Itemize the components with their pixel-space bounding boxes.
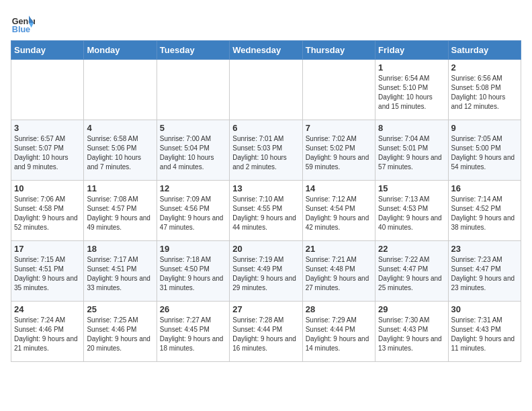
calendar-cell: 16Sunrise: 7:14 AM Sunset: 4:52 PM Dayli…: [448, 181, 521, 241]
day-info: Sunrise: 7:02 AM Sunset: 5:02 PM Dayligh…: [306, 134, 372, 172]
calendar-cell: 3Sunrise: 6:57 AM Sunset: 5:07 PM Daylig…: [11, 120, 84, 181]
calendar-cell: [157, 60, 229, 120]
day-number: 24: [14, 304, 81, 314]
day-info: Sunrise: 7:19 AM Sunset: 4:49 PM Dayligh…: [232, 255, 299, 293]
day-info: Sunrise: 7:13 AM Sunset: 4:53 PM Dayligh…: [378, 195, 445, 232]
day-number: 9: [451, 123, 518, 133]
day-number: 12: [160, 183, 226, 193]
day-info: Sunrise: 7:24 AM Sunset: 4:46 PM Dayligh…: [14, 316, 81, 353]
day-header-sunday: Sunday: [11, 41, 84, 60]
day-number: 7: [306, 123, 372, 133]
calendar-cell: 17Sunrise: 7:15 AM Sunset: 4:51 PM Dayli…: [11, 241, 84, 302]
calendar-cell: 27Sunrise: 7:28 AM Sunset: 4:44 PM Dayli…: [230, 302, 302, 362]
day-header-thursday: Thursday: [302, 41, 375, 60]
day-number: 2: [451, 62, 518, 73]
calendar-cell: 8Sunrise: 7:04 AM Sunset: 5:01 PM Daylig…: [375, 120, 448, 181]
calendar-cell: 1Sunrise: 6:54 AM Sunset: 5:10 PM Daylig…: [375, 60, 448, 120]
day-number: 13: [232, 183, 299, 193]
day-number: 10: [14, 183, 81, 193]
day-info: Sunrise: 7:00 AM Sunset: 5:04 PM Dayligh…: [160, 134, 226, 172]
calendar-week-row: 24Sunrise: 7:24 AM Sunset: 4:46 PM Dayli…: [11, 302, 521, 362]
day-number: 29: [378, 304, 445, 314]
day-number: 22: [378, 244, 445, 254]
day-number: 5: [160, 123, 226, 133]
calendar-week-row: 17Sunrise: 7:15 AM Sunset: 4:51 PM Dayli…: [11, 241, 521, 302]
day-info: Sunrise: 6:58 AM Sunset: 5:06 PM Dayligh…: [87, 134, 153, 172]
calendar-cell: 7Sunrise: 7:02 AM Sunset: 5:02 PM Daylig…: [302, 120, 375, 181]
day-header-saturday: Saturday: [448, 41, 521, 60]
svg-text:Blue: Blue: [12, 25, 30, 34]
calendar-cell: 5Sunrise: 7:00 AM Sunset: 5:04 PM Daylig…: [157, 120, 229, 181]
calendar-cell: 22Sunrise: 7:22 AM Sunset: 4:47 PM Dayli…: [375, 241, 448, 302]
day-number: 18: [87, 244, 153, 254]
calendar-cell: 28Sunrise: 7:29 AM Sunset: 4:44 PM Dayli…: [302, 302, 375, 362]
calendar-table: SundayMondayTuesdayWednesdayThursdayFrid…: [11, 40, 521, 362]
day-info: Sunrise: 7:14 AM Sunset: 4:52 PM Dayligh…: [451, 195, 518, 232]
calendar-week-row: 3Sunrise: 6:57 AM Sunset: 5:07 PM Daylig…: [11, 120, 521, 181]
calendar-week-row: 10Sunrise: 7:06 AM Sunset: 4:58 PM Dayli…: [11, 181, 521, 241]
calendar-cell: 21Sunrise: 7:21 AM Sunset: 4:48 PM Dayli…: [302, 241, 375, 302]
calendar-cell: 20Sunrise: 7:19 AM Sunset: 4:49 PM Dayli…: [230, 241, 302, 302]
day-number: 8: [378, 123, 445, 133]
day-info: Sunrise: 7:01 AM Sunset: 5:03 PM Dayligh…: [232, 134, 299, 172]
calendar-cell: [302, 60, 375, 120]
day-number: 30: [451, 304, 518, 314]
day-info: Sunrise: 7:05 AM Sunset: 5:00 PM Dayligh…: [451, 134, 518, 172]
day-info: Sunrise: 7:12 AM Sunset: 4:54 PM Dayligh…: [306, 195, 372, 232]
calendar-cell: 12Sunrise: 7:09 AM Sunset: 4:56 PM Dayli…: [157, 181, 229, 241]
calendar-cell: 26Sunrise: 7:27 AM Sunset: 4:45 PM Dayli…: [157, 302, 229, 362]
day-number: 26: [160, 304, 226, 314]
calendar-cell: 14Sunrise: 7:12 AM Sunset: 4:54 PM Dayli…: [302, 181, 375, 241]
day-number: 28: [306, 304, 372, 314]
calendar-cell: [230, 60, 302, 120]
day-header-friday: Friday: [375, 41, 448, 60]
day-info: Sunrise: 7:23 AM Sunset: 4:47 PM Dayligh…: [451, 255, 518, 293]
day-info: Sunrise: 7:17 AM Sunset: 4:51 PM Dayligh…: [87, 255, 153, 293]
day-header-tuesday: Tuesday: [157, 41, 229, 60]
day-info: Sunrise: 6:57 AM Sunset: 5:07 PM Dayligh…: [14, 134, 81, 172]
day-info: Sunrise: 7:09 AM Sunset: 4:56 PM Dayligh…: [160, 195, 226, 232]
calendar-cell: 30Sunrise: 7:31 AM Sunset: 4:43 PM Dayli…: [448, 302, 521, 362]
calendar-cell: [11, 60, 84, 120]
day-info: Sunrise: 7:30 AM Sunset: 4:43 PM Dayligh…: [378, 316, 445, 353]
calendar-cell: 2Sunrise: 6:56 AM Sunset: 5:08 PM Daylig…: [448, 60, 521, 120]
logo-icon: General Blue: [11, 11, 35, 35]
day-number: 20: [232, 244, 299, 254]
day-info: Sunrise: 7:22 AM Sunset: 4:47 PM Dayligh…: [378, 255, 445, 293]
day-header-monday: Monday: [84, 41, 157, 60]
calendar-cell: 6Sunrise: 7:01 AM Sunset: 5:03 PM Daylig…: [230, 120, 302, 181]
calendar-cell: 9Sunrise: 7:05 AM Sunset: 5:00 PM Daylig…: [448, 120, 521, 181]
day-number: 23: [451, 244, 518, 254]
day-number: 16: [451, 183, 518, 193]
day-info: Sunrise: 7:25 AM Sunset: 4:46 PM Dayligh…: [87, 316, 153, 353]
calendar-cell: 25Sunrise: 7:25 AM Sunset: 4:46 PM Dayli…: [84, 302, 157, 362]
day-info: Sunrise: 7:04 AM Sunset: 5:01 PM Dayligh…: [378, 134, 445, 172]
calendar-cell: 19Sunrise: 7:18 AM Sunset: 4:50 PM Dayli…: [157, 241, 229, 302]
day-info: Sunrise: 7:18 AM Sunset: 4:50 PM Dayligh…: [160, 255, 226, 293]
calendar-cell: 4Sunrise: 6:58 AM Sunset: 5:06 PM Daylig…: [84, 120, 157, 181]
day-info: Sunrise: 7:27 AM Sunset: 4:45 PM Dayligh…: [160, 316, 226, 353]
day-number: 19: [160, 244, 226, 254]
day-info: Sunrise: 7:08 AM Sunset: 4:57 PM Dayligh…: [87, 195, 153, 232]
day-number: 21: [306, 244, 372, 254]
day-number: 11: [87, 183, 153, 193]
day-number: 25: [87, 304, 153, 314]
calendar-cell: 24Sunrise: 7:24 AM Sunset: 4:46 PM Dayli…: [11, 302, 84, 362]
day-number: 27: [232, 304, 299, 314]
calendar-cell: [84, 60, 157, 120]
day-number: 1: [378, 62, 445, 73]
calendar-week-row: 1Sunrise: 6:54 AM Sunset: 5:10 PM Daylig…: [11, 60, 521, 120]
day-number: 3: [14, 123, 81, 133]
calendar-cell: 13Sunrise: 7:10 AM Sunset: 4:55 PM Dayli…: [230, 181, 302, 241]
calendar-cell: 18Sunrise: 7:17 AM Sunset: 4:51 PM Dayli…: [84, 241, 157, 302]
logo: General Blue: [11, 11, 35, 35]
day-info: Sunrise: 7:28 AM Sunset: 4:44 PM Dayligh…: [232, 316, 299, 353]
calendar-cell: 15Sunrise: 7:13 AM Sunset: 4:53 PM Dayli…: [375, 181, 448, 241]
day-header-wednesday: Wednesday: [230, 41, 302, 60]
calendar-header-row: SundayMondayTuesdayWednesdayThursdayFrid…: [11, 41, 521, 60]
calendar-cell: 11Sunrise: 7:08 AM Sunset: 4:57 PM Dayli…: [84, 181, 157, 241]
day-info: Sunrise: 7:29 AM Sunset: 4:44 PM Dayligh…: [306, 316, 372, 353]
day-info: Sunrise: 7:10 AM Sunset: 4:55 PM Dayligh…: [232, 195, 299, 232]
day-number: 6: [232, 123, 299, 133]
day-info: Sunrise: 7:06 AM Sunset: 4:58 PM Dayligh…: [14, 195, 81, 232]
